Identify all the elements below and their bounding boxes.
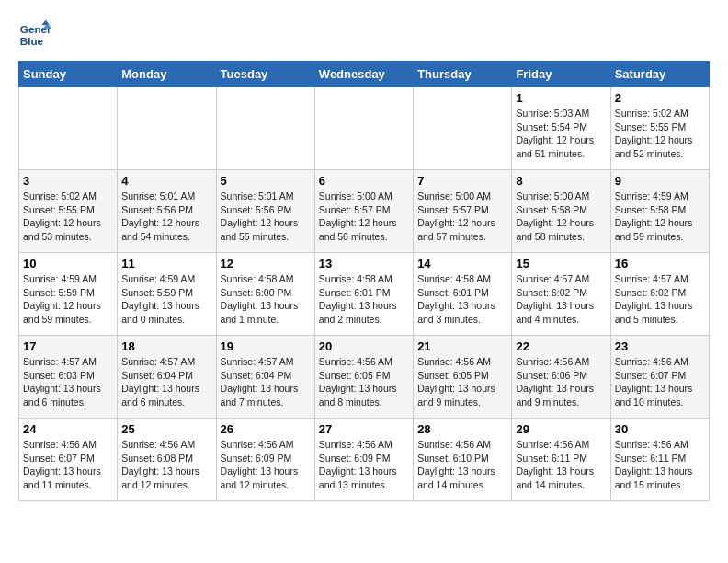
day-number: 27 bbox=[319, 422, 409, 436]
day-number: 7 bbox=[417, 174, 507, 188]
calendar-cell: 25Sunrise: 4:56 AM Sunset: 6:08 PM Dayli… bbox=[118, 419, 216, 501]
day-number: 3 bbox=[23, 174, 113, 188]
day-number: 29 bbox=[516, 422, 606, 436]
day-info: Sunrise: 4:56 AM Sunset: 6:05 PM Dayligh… bbox=[319, 355, 409, 409]
day-number: 4 bbox=[121, 174, 211, 188]
day-info: Sunrise: 4:56 AM Sunset: 6:07 PM Dayligh… bbox=[615, 355, 705, 409]
calendar-cell: 1Sunrise: 5:03 AM Sunset: 5:54 PM Daylig… bbox=[512, 87, 610, 170]
day-info: Sunrise: 4:56 AM Sunset: 6:10 PM Dayligh… bbox=[417, 438, 507, 492]
calendar-cell: 5Sunrise: 5:01 AM Sunset: 5:56 PM Daylig… bbox=[216, 170, 314, 253]
calendar-cell: 24Sunrise: 4:56 AM Sunset: 6:07 PM Dayli… bbox=[19, 419, 118, 501]
day-info: Sunrise: 4:56 AM Sunset: 6:09 PM Dayligh… bbox=[221, 438, 311, 492]
day-info: Sunrise: 4:56 AM Sunset: 6:05 PM Dayligh… bbox=[417, 355, 507, 409]
calendar-cell: 26Sunrise: 4:56 AM Sunset: 6:09 PM Dayli… bbox=[216, 419, 314, 501]
calendar-cell: 13Sunrise: 4:58 AM Sunset: 6:01 PM Dayli… bbox=[314, 253, 413, 336]
day-number: 17 bbox=[23, 339, 113, 353]
calendar-cell bbox=[216, 87, 314, 170]
calendar-cell: 12Sunrise: 4:58 AM Sunset: 6:00 PM Dayli… bbox=[216, 253, 314, 336]
day-number: 2 bbox=[615, 91, 705, 105]
calendar-table: SundayMondayTuesdayWednesdayThursdayFrid… bbox=[18, 61, 710, 501]
day-info: Sunrise: 4:56 AM Sunset: 6:11 PM Dayligh… bbox=[615, 438, 705, 492]
calendar-cell: 18Sunrise: 4:57 AM Sunset: 6:04 PM Dayli… bbox=[118, 336, 216, 419]
day-info: Sunrise: 4:57 AM Sunset: 6:04 PM Dayligh… bbox=[221, 355, 311, 409]
day-number: 5 bbox=[221, 174, 311, 188]
day-info: Sunrise: 5:00 AM Sunset: 5:58 PM Dayligh… bbox=[516, 190, 606, 244]
calendar-cell: 17Sunrise: 4:57 AM Sunset: 6:03 PM Dayli… bbox=[19, 336, 118, 419]
day-info: Sunrise: 5:01 AM Sunset: 5:56 PM Dayligh… bbox=[221, 190, 311, 244]
calendar-cell: 22Sunrise: 4:56 AM Sunset: 6:06 PM Dayli… bbox=[512, 336, 610, 419]
weekday-header-row: SundayMondayTuesdayWednesdayThursdayFrid… bbox=[19, 62, 710, 87]
weekday-header-sunday: Sunday bbox=[19, 62, 118, 87]
day-info: Sunrise: 4:57 AM Sunset: 6:02 PM Dayligh… bbox=[516, 272, 606, 327]
day-info: Sunrise: 4:59 AM Sunset: 5:59 PM Dayligh… bbox=[23, 272, 113, 327]
day-info: Sunrise: 4:56 AM Sunset: 6:11 PM Dayligh… bbox=[516, 438, 606, 492]
day-number: 25 bbox=[121, 422, 211, 436]
day-number: 22 bbox=[516, 339, 606, 353]
day-info: Sunrise: 5:02 AM Sunset: 5:55 PM Dayligh… bbox=[615, 107, 705, 161]
calendar-cell: 9Sunrise: 4:59 AM Sunset: 5:58 PM Daylig… bbox=[610, 170, 709, 253]
day-number: 24 bbox=[23, 422, 113, 436]
day-number: 11 bbox=[121, 257, 211, 270]
calendar-cell bbox=[314, 87, 413, 170]
day-info: Sunrise: 4:56 AM Sunset: 6:06 PM Dayligh… bbox=[516, 355, 606, 409]
day-info: Sunrise: 4:58 AM Sunset: 6:00 PM Dayligh… bbox=[221, 272, 311, 327]
day-number: 12 bbox=[221, 257, 311, 270]
day-number: 15 bbox=[516, 257, 606, 270]
day-number: 8 bbox=[516, 174, 606, 188]
week-row-4: 17Sunrise: 4:57 AM Sunset: 6:03 PM Dayli… bbox=[19, 336, 710, 419]
calendar-cell: 4Sunrise: 5:01 AM Sunset: 5:56 PM Daylig… bbox=[118, 170, 216, 253]
calendar-cell: 16Sunrise: 4:57 AM Sunset: 6:02 PM Dayli… bbox=[610, 253, 709, 336]
page-header: General Blue bbox=[18, 18, 710, 52]
day-info: Sunrise: 4:56 AM Sunset: 6:09 PM Dayligh… bbox=[319, 438, 409, 492]
day-number: 30 bbox=[615, 422, 705, 436]
day-info: Sunrise: 4:57 AM Sunset: 6:03 PM Dayligh… bbox=[23, 355, 113, 409]
svg-text:Blue: Blue bbox=[20, 35, 44, 47]
week-row-2: 3Sunrise: 5:02 AM Sunset: 5:55 PM Daylig… bbox=[19, 170, 710, 253]
calendar-cell: 20Sunrise: 4:56 AM Sunset: 6:05 PM Dayli… bbox=[314, 336, 413, 419]
calendar-cell: 8Sunrise: 5:00 AM Sunset: 5:58 PM Daylig… bbox=[512, 170, 610, 253]
calendar-cell: 10Sunrise: 4:59 AM Sunset: 5:59 PM Dayli… bbox=[19, 253, 118, 336]
day-number: 26 bbox=[221, 422, 311, 436]
calendar-cell bbox=[414, 87, 512, 170]
day-number: 18 bbox=[121, 339, 211, 353]
day-info: Sunrise: 4:58 AM Sunset: 6:01 PM Dayligh… bbox=[417, 272, 507, 327]
calendar-cell: 28Sunrise: 4:56 AM Sunset: 6:10 PM Dayli… bbox=[414, 419, 512, 501]
calendar-cell: 30Sunrise: 4:56 AM Sunset: 6:11 PM Dayli… bbox=[610, 419, 709, 501]
calendar-cell: 23Sunrise: 4:56 AM Sunset: 6:07 PM Dayli… bbox=[610, 336, 709, 419]
calendar-cell: 14Sunrise: 4:58 AM Sunset: 6:01 PM Dayli… bbox=[414, 253, 512, 336]
calendar-cell: 15Sunrise: 4:57 AM Sunset: 6:02 PM Dayli… bbox=[512, 253, 610, 336]
day-info: Sunrise: 5:00 AM Sunset: 5:57 PM Dayligh… bbox=[417, 190, 507, 244]
weekday-header-tuesday: Tuesday bbox=[216, 62, 314, 87]
weekday-header-monday: Monday bbox=[118, 62, 216, 87]
calendar-cell: 29Sunrise: 4:56 AM Sunset: 6:11 PM Dayli… bbox=[512, 419, 610, 501]
calendar-cell: 21Sunrise: 4:56 AM Sunset: 6:05 PM Dayli… bbox=[414, 336, 512, 419]
day-info: Sunrise: 5:03 AM Sunset: 5:54 PM Dayligh… bbox=[516, 107, 606, 161]
logo: General Blue bbox=[18, 18, 55, 52]
calendar-cell: 27Sunrise: 4:56 AM Sunset: 6:09 PM Dayli… bbox=[314, 419, 413, 501]
week-row-1: 1Sunrise: 5:03 AM Sunset: 5:54 PM Daylig… bbox=[19, 87, 710, 170]
day-number: 28 bbox=[417, 422, 507, 436]
day-info: Sunrise: 4:59 AM Sunset: 5:59 PM Dayligh… bbox=[121, 272, 211, 327]
day-info: Sunrise: 4:57 AM Sunset: 6:04 PM Dayligh… bbox=[121, 355, 211, 409]
week-row-3: 10Sunrise: 4:59 AM Sunset: 5:59 PM Dayli… bbox=[19, 253, 710, 336]
day-info: Sunrise: 5:01 AM Sunset: 5:56 PM Dayligh… bbox=[121, 190, 211, 244]
day-info: Sunrise: 5:02 AM Sunset: 5:55 PM Dayligh… bbox=[23, 190, 113, 244]
day-number: 23 bbox=[615, 339, 705, 353]
calendar-cell: 19Sunrise: 4:57 AM Sunset: 6:04 PM Dayli… bbox=[216, 336, 314, 419]
day-info: Sunrise: 4:57 AM Sunset: 6:02 PM Dayligh… bbox=[615, 272, 705, 327]
day-info: Sunrise: 4:59 AM Sunset: 5:58 PM Dayligh… bbox=[615, 190, 705, 244]
weekday-header-saturday: Saturday bbox=[610, 62, 709, 87]
calendar-cell: 2Sunrise: 5:02 AM Sunset: 5:55 PM Daylig… bbox=[610, 87, 709, 170]
day-info: Sunrise: 4:58 AM Sunset: 6:01 PM Dayligh… bbox=[319, 272, 409, 327]
weekday-header-thursday: Thursday bbox=[414, 62, 512, 87]
calendar-cell: 11Sunrise: 4:59 AM Sunset: 5:59 PM Dayli… bbox=[118, 253, 216, 336]
week-row-5: 24Sunrise: 4:56 AM Sunset: 6:07 PM Dayli… bbox=[19, 419, 710, 501]
day-number: 19 bbox=[221, 339, 311, 353]
day-info: Sunrise: 4:56 AM Sunset: 6:08 PM Dayligh… bbox=[121, 438, 211, 492]
day-number: 1 bbox=[516, 91, 606, 105]
day-info: Sunrise: 5:00 AM Sunset: 5:57 PM Dayligh… bbox=[319, 190, 409, 244]
day-info: Sunrise: 4:56 AM Sunset: 6:07 PM Dayligh… bbox=[23, 438, 113, 492]
calendar-cell bbox=[19, 87, 118, 170]
day-number: 6 bbox=[319, 174, 409, 188]
logo-icon: General Blue bbox=[18, 18, 51, 52]
